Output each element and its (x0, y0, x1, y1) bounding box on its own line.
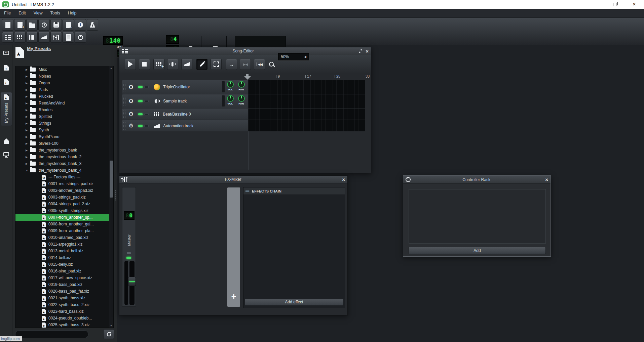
collapsed-arrow-icon[interactable]: ▶ (26, 102, 30, 105)
track-name[interactable]: TripleOscillator (163, 85, 190, 89)
project-notes-toggle-button[interactable] (63, 32, 74, 43)
folder-row[interactable]: ▶Misc (15, 66, 113, 73)
edit-mode-button[interactable] (211, 59, 222, 70)
collapsed-arrow-icon[interactable]: ▶ (26, 149, 30, 152)
track-name[interactable]: Beat/Bassline 0 (163, 112, 191, 117)
track-grip[interactable] (123, 96, 126, 106)
sidebar-tab-my-presets[interactable]: My Presets (1, 92, 12, 126)
preset-file-row[interactable]: 0004-strings_pad_2.xiz (15, 201, 113, 207)
preset-file-row[interactable]: 0014-bell.xiz (15, 254, 113, 261)
track-grip[interactable] (123, 122, 126, 130)
preset-file-row[interactable]: 0007-from_another_sp... (15, 214, 113, 221)
minimize-button[interactable]: – (585, 0, 605, 9)
zoom-level-display[interactable]: 50% ◀ (278, 53, 309, 60)
metronome-button[interactable] (87, 19, 98, 31)
fx-mixer-toggle-button[interactable] (50, 32, 62, 43)
open-project-button[interactable] (26, 19, 38, 31)
gear-icon[interactable]: ⚙ (128, 123, 134, 129)
scroll-up-icon[interactable]: ▲ (110, 67, 112, 69)
track-name[interactable]: Sample track (163, 99, 187, 103)
track-header[interactable]: ⚙Beat/Bassline 0 (122, 109, 248, 120)
master-fader[interactable] (124, 261, 135, 305)
preset-file-row[interactable]: 0008-from_another_gal... (15, 221, 113, 227)
solo-led[interactable] (144, 113, 149, 115)
new-fx-channel-button[interactable]: + (227, 187, 240, 307)
add-sample-track-button[interactable] (167, 59, 178, 70)
collapsed-arrow-icon[interactable]: ▶ (26, 135, 30, 138)
menu-view[interactable]: View (31, 9, 45, 17)
new-from-template-button[interactable] (14, 19, 26, 31)
pan-knob[interactable] (238, 95, 245, 102)
maximize-icon[interactable] (358, 49, 363, 53)
preset-file-row[interactable]: 0023-hard_bass.xiz (15, 308, 113, 315)
mute-led[interactable] (138, 100, 143, 102)
os-titlebar[interactable]: Untitled - LMMS 1.2.2 – × (0, 0, 644, 9)
folder-row[interactable]: ▶ReedAndWind (15, 100, 113, 106)
preset-file-row[interactable]: 0015-belly.xiz (15, 261, 113, 268)
project-info-button[interactable] (75, 19, 86, 31)
pan-knob[interactable] (238, 81, 245, 88)
track-header[interactable]: ⚙Sample trackVOLPAN (122, 94, 248, 108)
close-icon[interactable]: × (342, 177, 345, 182)
save-project-button[interactable] (50, 19, 62, 31)
play-button[interactable] (125, 59, 136, 70)
mute-led[interactable] (138, 113, 143, 115)
new-project-button[interactable] (2, 19, 13, 31)
track-grip[interactable] (123, 110, 126, 118)
folder-row[interactable]: ▶the_mysterious_bank_3 (15, 160, 113, 167)
track-grid[interactable] (248, 120, 365, 131)
folder-row[interactable]: ▶Pads (15, 86, 113, 93)
preset-file-row[interactable]: 0025-synth_bass_3.xiz (15, 322, 113, 328)
panel-splitter-grip[interactable] (115, 190, 116, 201)
piano-roll-toggle-button[interactable] (26, 32, 38, 43)
collapsed-arrow-icon[interactable]: ▶ (26, 88, 30, 91)
preset-file-row[interactable]: 0010-unamed_pad.xiz (15, 234, 113, 241)
draw-mode-button[interactable] (196, 59, 207, 70)
folder-row[interactable]: ▶Plucked (15, 93, 113, 100)
mute-led[interactable] (138, 125, 143, 127)
folder-row[interactable]: ▶Splitted (15, 113, 113, 120)
track-grip[interactable] (123, 82, 126, 92)
mute-led[interactable] (138, 86, 143, 88)
folder-row[interactable]: ▶Strings (15, 120, 113, 127)
automation-editor-toggle-button[interactable] (38, 32, 50, 43)
recent-projects-button[interactable] (38, 19, 50, 31)
collapsed-arrow-icon[interactable]: ▶ (26, 142, 30, 145)
track-header[interactable]: ⚙TripleOscillatorVOLPAN (122, 80, 248, 94)
add-effect-button[interactable]: Add effect (244, 298, 344, 306)
sidebar-tab-home[interactable] (1, 139, 11, 144)
menu-help[interactable]: Help (65, 9, 79, 17)
track-name[interactable]: Automation track (163, 124, 193, 128)
volume-knob[interactable] (227, 95, 234, 102)
preset-tree[interactable]: ▶Misc▶Noises▶Organ▶Pads▶Plucked▶ReedAndW… (15, 66, 114, 328)
timesig-numerator-display[interactable]: 84 (166, 35, 179, 44)
folder-row[interactable]: ▶Organ (15, 80, 113, 86)
channel-mute-led[interactable] (126, 257, 131, 259)
sidebar-tab-presets[interactable] (1, 79, 11, 85)
expanded-arrow-icon[interactable]: ▼ (26, 169, 30, 172)
folder-row[interactable]: ▶the_mysterious_bank_2 (15, 154, 113, 160)
tree-scrollbar[interactable]: ▲ ▼ (109, 66, 113, 328)
sidebar-tab-instruments[interactable] (1, 51, 11, 55)
forward-button[interactable]: → (226, 59, 237, 70)
collapsed-arrow-icon[interactable]: ▶ (26, 129, 30, 132)
tempo-display[interactable]: 8140 (103, 36, 123, 45)
bb-editor-toggle-button[interactable] (14, 32, 26, 43)
controller-rack-titlebar[interactable]: Controller Rack × (403, 176, 551, 184)
song-editor-titlebar[interactable]: Song-Editor × (119, 47, 371, 55)
collapsed-arrow-icon[interactable]: ▶ (26, 122, 30, 125)
folder-row[interactable]: ▶the_mysterious_bank (15, 147, 113, 154)
zoom-dropdown-icon[interactable]: ◀ (304, 55, 306, 58)
preset-file-row[interactable]: --- Factory files --- (15, 174, 113, 180)
folder-row[interactable]: ▶Synth (15, 127, 113, 133)
solo-led[interactable] (144, 86, 149, 88)
to-end-button[interactable]: ▶◀ (240, 59, 251, 70)
preset-file-row[interactable]: 0013-metal_bell.xiz (15, 248, 113, 254)
sidebar-tab-samples[interactable] (1, 65, 11, 71)
folder-row[interactable]: ▶Noises (15, 73, 113, 80)
folder-row[interactable]: ▼the_mysterious_bank_4 (15, 167, 113, 174)
preset-file-row[interactable]: 0024-pseudo_doubleb... (15, 315, 113, 322)
collapsed-arrow-icon[interactable]: ▶ (26, 156, 30, 159)
menu-file[interactable]: File (1, 9, 13, 17)
stop-button[interactable] (139, 59, 150, 70)
